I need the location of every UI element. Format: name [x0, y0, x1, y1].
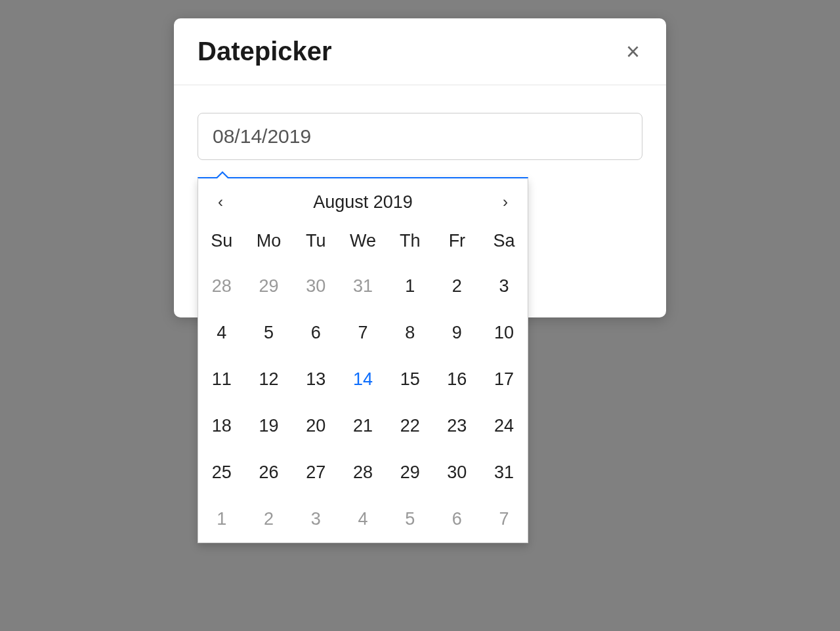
calendar-day-cell[interactable]: 28 — [339, 449, 387, 496]
calendar-day-cell[interactable]: 30 — [434, 449, 481, 496]
calendar-day-cell[interactable]: 19 — [245, 403, 293, 449]
next-month-button[interactable]: › — [497, 190, 513, 214]
calendar-day-cell[interactable]: 23 — [434, 403, 481, 449]
calendar-day-cell[interactable]: 5 — [387, 496, 434, 542]
calendar-week-row: 25262728293031 — [198, 449, 528, 496]
weekday-label: Mo — [245, 223, 293, 263]
calendar-day-cell[interactable]: 21 — [339, 403, 387, 449]
calendar-grid: Su Mo Tu We Th Fr Sa 2829303112345678910… — [198, 223, 528, 542]
calendar-week-row: 28293031123 — [198, 263, 528, 310]
calendar-day-cell[interactable]: 15 — [387, 356, 434, 403]
datepicker-popup: ‹ August 2019 › Su Mo Tu We Th Fr Sa 2 — [198, 177, 528, 543]
calendar-day-cell[interactable]: 6 — [292, 310, 339, 356]
calendar-day-cell[interactable]: 18 — [198, 403, 245, 449]
calendar-day-cell[interactable]: 27 — [292, 449, 339, 496]
weekday-row: Su Mo Tu We Th Fr Sa — [198, 223, 528, 263]
calendar-day-cell[interactable]: 24 — [480, 403, 528, 449]
calendar-day-cell[interactable]: 20 — [292, 403, 339, 449]
month-year-label[interactable]: August 2019 — [313, 192, 413, 213]
weekday-label: Sa — [480, 223, 528, 263]
calendar-day-cell[interactable]: 13 — [292, 356, 339, 403]
calendar-day-cell[interactable]: 5 — [245, 310, 293, 356]
calendar-day-cell[interactable]: 29 — [245, 263, 293, 310]
calendar-day-cell[interactable]: 30 — [292, 263, 339, 310]
weekday-label: Su — [198, 223, 245, 263]
calendar-day-cell[interactable]: 25 — [198, 449, 245, 496]
prev-month-button[interactable]: ‹ — [213, 190, 228, 214]
calendar-day-cell[interactable]: 7 — [339, 310, 387, 356]
calendar-day-cell[interactable]: 8 — [387, 310, 434, 356]
calendar-day-cell[interactable]: 2 — [245, 496, 293, 542]
popup-arrow-icon — [215, 171, 230, 178]
calendar-day-cell[interactable]: 31 — [480, 449, 528, 496]
calendar-day-cell[interactable]: 7 — [480, 496, 528, 542]
calendar-day-cell[interactable]: 22 — [387, 403, 434, 449]
calendar-day-cell[interactable]: 4 — [339, 496, 387, 542]
calendar-day-cell[interactable]: 1 — [387, 263, 434, 310]
calendar-day-cell[interactable]: 10 — [480, 310, 528, 356]
calendar-day-cell[interactable]: 16 — [434, 356, 481, 403]
calendar-day-cell[interactable]: 12 — [245, 356, 293, 403]
calendar-day-cell[interactable]: 11 — [198, 356, 245, 403]
calendar-week-row: 11121314151617 — [198, 356, 528, 403]
date-input[interactable] — [198, 113, 642, 160]
calendar-week-row: 45678910 — [198, 310, 528, 356]
calendar-day-cell[interactable]: 9 — [434, 310, 481, 356]
calendar-day-cell[interactable]: 3 — [292, 496, 339, 542]
datepicker-modal: Datepicker × ‹ August 2019 › Su Mo Tu We… — [174, 18, 666, 317]
weekday-label: Tu — [292, 223, 339, 263]
weekday-label: Fr — [434, 223, 481, 263]
modal-header: Datepicker × — [174, 18, 666, 85]
calendar-day-cell[interactable]: 6 — [434, 496, 481, 542]
calendar-day-cell[interactable]: 14 — [339, 356, 387, 403]
modal-body: ‹ August 2019 › Su Mo Tu We Th Fr Sa 2 — [174, 85, 666, 317]
calendar-day-cell[interactable]: 4 — [198, 310, 245, 356]
calendar-header: ‹ August 2019 › — [198, 178, 528, 223]
calendar-day-cell[interactable]: 31 — [339, 263, 387, 310]
calendar-week-row: 18192021222324 — [198, 403, 528, 449]
calendar-day-cell[interactable]: 28 — [198, 263, 245, 310]
close-icon[interactable]: × — [623, 40, 642, 64]
weekday-label: Th — [387, 223, 434, 263]
calendar-day-cell[interactable]: 29 — [387, 449, 434, 496]
weekday-label: We — [339, 223, 387, 263]
calendar-day-cell[interactable]: 2 — [434, 263, 481, 310]
calendar-day-cell[interactable]: 3 — [480, 263, 528, 310]
calendar-day-cell[interactable]: 17 — [480, 356, 528, 403]
modal-title: Datepicker — [198, 37, 332, 66]
calendar-day-cell[interactable]: 26 — [245, 449, 293, 496]
calendar-week-row: 1234567 — [198, 496, 528, 542]
calendar-day-cell[interactable]: 1 — [198, 496, 245, 542]
